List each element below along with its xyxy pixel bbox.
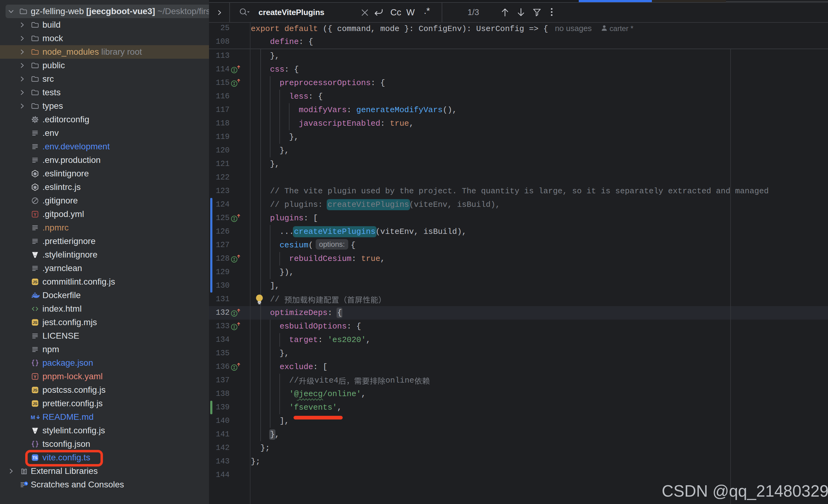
svg-text:Y: Y	[34, 374, 37, 379]
svg-text:JS: JS	[33, 280, 37, 284]
svg-text:JS: JS	[33, 402, 37, 406]
svg-text:JS: JS	[33, 321, 37, 325]
svg-text:Y: Y	[34, 212, 37, 217]
svg-text:JS: JS	[33, 388, 37, 392]
svg-text:M: M	[31, 415, 35, 420]
